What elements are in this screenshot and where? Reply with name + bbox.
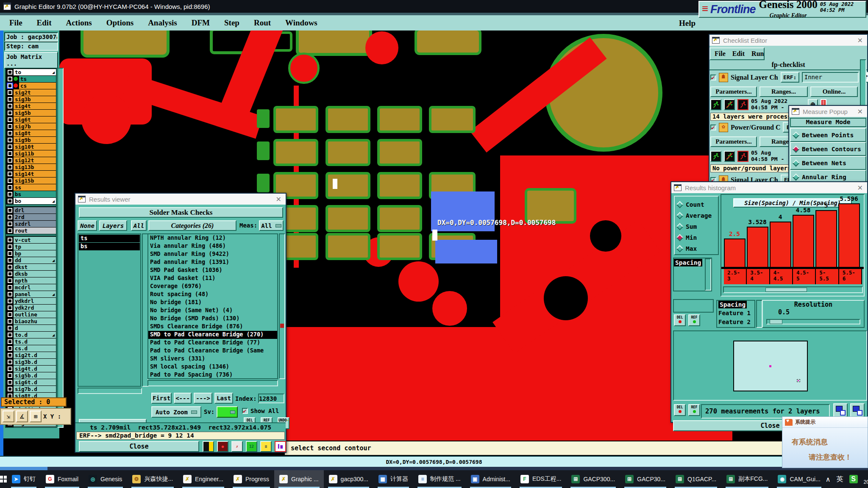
layer-label[interactable]: dd◢: [14, 257, 56, 263]
radio-diamond-icon[interactable]: [676, 223, 684, 230]
layer-row[interactable]: npth: [6, 277, 56, 284]
results-layer-list[interactable]: tsbs: [78, 233, 141, 387]
taskbar-item[interactable]: ⊞副本FCG...: [721, 470, 773, 488]
layer-checkbox[interactable]: [8, 305, 12, 310]
layer-row[interactable]: tp: [6, 243, 56, 250]
layer-label[interactable]: panel◢: [14, 291, 56, 297]
run-stop-icon[interactable]: [737, 151, 748, 162]
category-list[interactable]: NPTH annular Ring (12)Via annular Ring (…: [147, 233, 278, 379]
results-layer-row[interactable]: ts: [79, 235, 140, 242]
layer-checkbox[interactable]: [8, 90, 12, 95]
checklist-titlebar[interactable]: Checklist Editor ✕: [709, 35, 867, 46]
layer-label[interactable]: sig6t.d: [14, 379, 56, 385]
run-stop-icon[interactable]: [737, 99, 748, 110]
layer-row[interactable]: v-cut: [6, 236, 56, 243]
feature-list[interactable]: SpacingFeature 1Feature 2: [716, 300, 755, 328]
feature-selected[interactable]: Spacing: [718, 301, 747, 308]
layer-label[interactable]: bo◢: [14, 198, 56, 204]
layer-label[interactable]: sig15b: [14, 177, 56, 184]
layer-label[interactable]: ts: [19, 76, 56, 82]
series-selected[interactable]: Spacing: [674, 259, 702, 266]
layer-checkbox[interactable]: [8, 172, 12, 176]
taskbar-item[interactable]: FEDS工程...: [515, 470, 566, 488]
layer-row[interactable]: sig2t.d: [6, 352, 56, 358]
layer-label[interactable]: to◢: [14, 69, 56, 75]
taskbar-item[interactable]: ◎Genesis: [83, 470, 127, 488]
ref-cross-icon[interactable]: ✗: [231, 441, 243, 452]
layer-checkbox[interactable]: [8, 299, 12, 303]
run-icon[interactable]: [710, 99, 721, 110]
taskbar-item[interactable]: ✗Graphic ...: [274, 470, 324, 488]
layer-row[interactable]: sig12t: [6, 157, 56, 164]
layer-label[interactable]: sig7b: [14, 123, 56, 130]
category-hscroll[interactable]: [147, 380, 278, 386]
taskbar-item[interactable]: ➤钉钉: [7, 470, 41, 488]
layer-label[interactable]: 2rd: [14, 214, 56, 220]
results-layer-hscroll[interactable]: [78, 388, 142, 394]
feature-row[interactable]: Spacing: [717, 301, 754, 310]
run-partial-icon[interactable]: [724, 151, 735, 162]
layer-checkbox[interactable]: [8, 199, 12, 203]
item1-erf-input[interactable]: Inner: [802, 72, 859, 83]
layer-row[interactable]: d: [6, 324, 56, 331]
item1-checkbox[interactable]: ✔: [710, 75, 716, 80]
index-input[interactable]: 12830: [258, 394, 284, 403]
nav-next-button[interactable]: --->: [194, 393, 212, 404]
layer-row[interactable]: sig5b.d: [6, 372, 56, 379]
menu-edit[interactable]: Edit: [37, 18, 52, 28]
filter-none-button[interactable]: None: [78, 220, 97, 231]
layer-label[interactable]: ss: [14, 184, 56, 191]
close-icon[interactable]: ✕: [276, 195, 281, 203]
show-all-toggle[interactable]: ✔ Show All: [242, 408, 279, 414]
layer-label[interactable]: sig6t: [14, 116, 56, 123]
layer-label[interactable]: ydk2rd: [14, 305, 56, 311]
close-icon[interactable]: ✕: [857, 184, 863, 192]
report-doc-icon[interactable]: ≡: [260, 441, 272, 452]
menu-dfm[interactable]: DFM: [192, 18, 210, 28]
grid-tool-icon[interactable]: ⊞: [30, 410, 42, 422]
layer-row[interactable]: mcdrl: [6, 284, 56, 291]
layer-label[interactable]: cs.d: [14, 345, 56, 352]
layer-label[interactable]: drl: [14, 207, 56, 214]
layer-checkbox[interactable]: [8, 265, 12, 269]
menu-analysis[interactable]: Analysis: [148, 18, 177, 28]
layer-checkbox[interactable]: [8, 346, 12, 351]
layer-row[interactable]: 2rd: [6, 214, 56, 220]
category-row[interactable]: SM slivers (331): [148, 355, 277, 363]
taskbar-item[interactable]: ✗Engineer...: [178, 470, 228, 488]
layer-checkbox[interactable]: [8, 165, 12, 169]
layer-row[interactable]: sig2t: [6, 89, 56, 96]
feature-row[interactable]: Feature 1: [717, 310, 754, 319]
layer-row[interactable]: ss: [6, 184, 56, 191]
layer-checkbox[interactable]: [8, 380, 12, 385]
layer-checkbox[interactable]: [8, 104, 12, 108]
angle-tool-icon[interactable]: ∡: [16, 410, 28, 422]
category-row[interactable]: Coverage (6976): [148, 283, 277, 291]
checklist-menu-edit[interactable]: Edit: [732, 50, 745, 58]
layer-row[interactable]: sig3b.d: [6, 358, 56, 365]
radio-diamond-icon[interactable]: [676, 234, 684, 241]
ime-indicator[interactable]: 英: [837, 475, 843, 484]
layer-checkbox[interactable]: [8, 138, 12, 142]
layer-row[interactable]: dksb: [6, 270, 56, 277]
filter-all-button[interactable]: All: [131, 220, 147, 231]
layer-row[interactable]: sig8t: [6, 130, 56, 136]
layer-checkbox[interactable]: [8, 77, 12, 81]
layer-label[interactable]: mcdrl: [14, 284, 56, 291]
menu-help[interactable]: Help: [679, 19, 696, 28]
nav-first-button[interactable]: First: [151, 393, 172, 404]
layer-list-scrollbar[interactable]: [57, 68, 64, 428]
layer-row[interactable]: dkst: [6, 263, 56, 270]
radio-diamond-icon[interactable]: [793, 145, 800, 152]
category-row[interactable]: SM local spacing (1346): [148, 363, 277, 371]
category-row[interactable]: SMD to Pad Clearance Bridge (270): [148, 331, 277, 339]
measure-popup-titlebar[interactable]: Measure Popup ✕: [789, 106, 867, 117]
board-preview[interactable]: [673, 330, 867, 401]
layer-label[interactable]: sig10t: [14, 144, 56, 150]
taskbar-item[interactable]: ⊞Q1GACP...: [670, 470, 721, 488]
meas-dropdown[interactable]: All: [259, 220, 284, 231]
job-matrix-button[interactable]: Job Matrix ...: [4, 52, 58, 69]
layer-label[interactable]: sig13b.d: [14, 427, 56, 428]
layer-checkbox[interactable]: [8, 111, 12, 115]
nav-last-button[interactable]: Last: [214, 393, 233, 404]
